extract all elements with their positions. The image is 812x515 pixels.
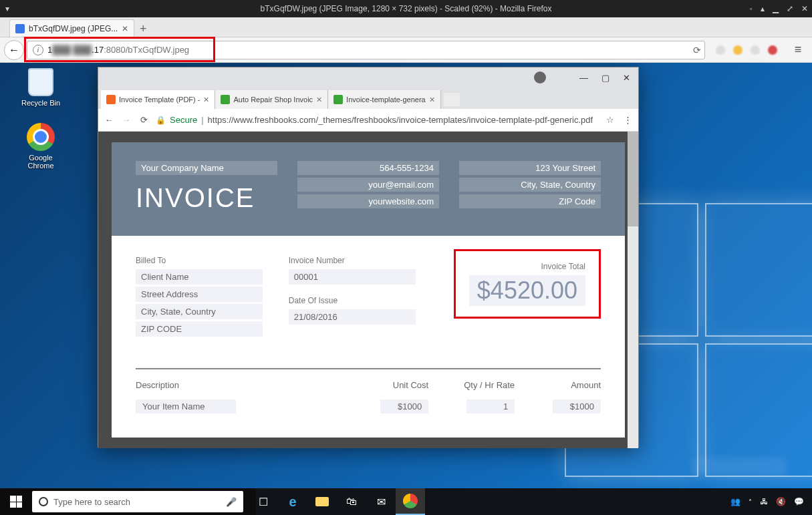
chrome-icon (27, 123, 55, 151)
invoice-title: INVOICE (136, 183, 277, 213)
site-info-icon[interactable]: i (33, 45, 43, 55)
firefox-new-tab-button[interactable]: + (134, 21, 152, 37)
task-view-button[interactable]: ☐ (249, 488, 278, 515)
image-viewport: Recycle Bin Google Chrome — ▢ ✕ Invoice … (0, 63, 812, 515)
favicon-icon (221, 95, 230, 104)
pdf-viewer: Your Company Name INVOICE 564-555-1234 y… (98, 132, 638, 448)
windows-logo-icon (10, 496, 22, 508)
store-icon: 🛍 (346, 496, 357, 508)
chrome-back-button[interactable]: ← (104, 115, 114, 125)
taskbar-search-input[interactable]: Type here to search 🎤 (32, 491, 243, 512)
bookmark-star-icon[interactable]: ☆ (605, 115, 616, 125)
taskbar-edge[interactable]: e (278, 488, 307, 515)
task-view-icon: ☐ (259, 496, 268, 508)
pdf-scrollbar-track[interactable] (628, 132, 638, 448)
favicon-icon (106, 95, 116, 104)
taskbar-explorer[interactable] (307, 488, 337, 515)
tab-close-icon[interactable]: ✕ (429, 96, 435, 104)
extension-icon[interactable] (716, 45, 725, 55)
desktop-chrome-shortcut[interactable]: Google Chrome (16, 123, 65, 170)
invoice-total-highlight: Invoice Total $4520.00 (454, 249, 601, 319)
taskbar-mail[interactable]: ✉ (366, 488, 396, 515)
linux-window-titlebar: ▾ bTxGqfDW.jpeg (JPEG Image, 1280 × 732 … (0, 0, 812, 17)
window-title: bTxGqfDW.jpeg (JPEG Image, 1280 × 732 pi… (261, 4, 552, 13)
window-up-icon[interactable]: ▴ (761, 4, 765, 13)
extension-icon[interactable] (768, 45, 777, 55)
people-icon[interactable]: 👥 (730, 497, 740, 506)
firefox-address-bar[interactable]: i 1███ ███.17:8080/bTxGqfDW.jpeg ⟳ (27, 41, 705, 59)
table-row: Your Item Name $1000 1 $1000 (136, 397, 601, 416)
edge-icon: e (289, 494, 296, 510)
cortana-circle-icon (39, 497, 48, 506)
pdf-page: Your Company Name INVOICE 564-555-1234 y… (112, 142, 625, 438)
chrome-maximize-button[interactable]: ▢ (601, 73, 610, 83)
chrome-icon (403, 494, 418, 508)
company-name-field: Your Company Name (136, 161, 277, 175)
chrome-address-bar[interactable]: 🔒 Secure | https://www.freshbooks.com/_t… (156, 115, 598, 125)
tab-close-icon[interactable]: ✕ (316, 96, 322, 104)
chrome-menu-button[interactable]: ⋮ (622, 115, 633, 125)
invoice-line-items: Description Unit Cost Qty / Hr Rate Amou… (136, 368, 601, 416)
pdf-scrollbar-thumb[interactable] (628, 132, 638, 226)
chrome-tab-strip: Invoice Template (PDF) - ✕ Auto Repair S… (98, 88, 638, 109)
invoice-total-amount: $4520.00 (469, 275, 585, 306)
extension-icon[interactable] (751, 45, 760, 55)
firefox-menu-button[interactable]: ≡ (788, 40, 808, 60)
back-button[interactable]: ← (4, 40, 24, 60)
chrome-new-tab-button[interactable] (444, 93, 460, 106)
tray-overflow-icon[interactable]: ˄ (749, 498, 752, 506)
recycle-bin-icon (27, 68, 55, 96)
window-iconify-icon[interactable]: ◦ (750, 4, 753, 13)
window-maximize-icon[interactable]: ⤢ (787, 4, 793, 13)
watermark-blur (693, 458, 787, 476)
chrome-tab[interactable]: Invoice-template-genera ✕ (328, 90, 441, 109)
chrome-window-controls: — ▢ ✕ (98, 67, 638, 88)
tab-close-icon[interactable]: ✕ (203, 96, 209, 104)
window-minimize-icon[interactable]: ▁ (773, 4, 779, 13)
windows-taskbar: Type here to search 🎤 ☐ e 🛍 ✉ 👥 ˄ 🖧 🔇 💬 (0, 488, 812, 515)
chrome-minimize-button[interactable]: — (579, 73, 588, 83)
microphone-icon[interactable]: 🎤 (226, 497, 237, 507)
image-favicon-icon (15, 24, 25, 33)
tab-close-icon[interactable]: ✕ (122, 24, 128, 33)
profile-avatar-icon[interactable] (534, 71, 546, 83)
invoice-body: Billed To Client Name Street Address Cit… (112, 236, 625, 436)
chrome-close-button[interactable]: ✕ (623, 73, 630, 83)
chrome-reload-button[interactable]: ⟳ (138, 115, 149, 125)
firefox-extensions (708, 45, 785, 55)
folder-icon (315, 497, 329, 506)
firefox-tab-label: bTxGqfDW.jpeg (JPEG... (29, 24, 118, 33)
invoice-header: Your Company Name INVOICE 564-555-1234 y… (112, 142, 625, 236)
favicon-icon (333, 95, 343, 104)
taskbar-store[interactable]: 🛍 (337, 488, 366, 515)
window-dropdown-icon[interactable]: ▾ (5, 4, 9, 13)
network-icon[interactable]: 🖧 (760, 497, 768, 506)
extension-icon[interactable] (733, 45, 742, 55)
chrome-forward-button[interactable]: → (121, 115, 132, 125)
firefox-toolbar: ← i 1███ ███.17:8080/bTxGqfDW.jpeg ⟳ ≡ (0, 37, 812, 63)
lock-icon: 🔒 (156, 116, 166, 125)
chrome-tab[interactable]: Invoice Template (PDF) - ✕ (101, 90, 215, 109)
firefox-tab[interactable]: bTxGqfDW.jpeg (JPEG... ✕ (9, 19, 134, 37)
chrome-tab[interactable]: Auto Repair Shop Invoic ✕ (215, 90, 328, 109)
desktop-recycle-bin[interactable]: Recycle Bin (16, 68, 65, 107)
chrome-window: — ▢ ✕ Invoice Template (PDF) - ✕ Auto Re… (98, 67, 639, 448)
firefox-tab-bar: bTxGqfDW.jpeg (JPEG... ✕ + (0, 17, 812, 37)
reload-icon[interactable]: ⟳ (693, 45, 701, 55)
taskbar-chrome[interactable] (396, 488, 425, 515)
start-button[interactable] (0, 488, 32, 515)
window-close-icon[interactable]: ✕ (801, 4, 808, 13)
volume-icon[interactable]: 🔇 (776, 497, 786, 506)
chrome-toolbar: ← → ⟳ 🔒 Secure | https://www.freshbooks.… (98, 109, 638, 132)
action-center-icon[interactable]: 💬 (794, 497, 804, 506)
mail-icon: ✉ (377, 496, 386, 508)
system-tray: 👥 ˄ 🖧 🔇 💬 (722, 497, 812, 506)
